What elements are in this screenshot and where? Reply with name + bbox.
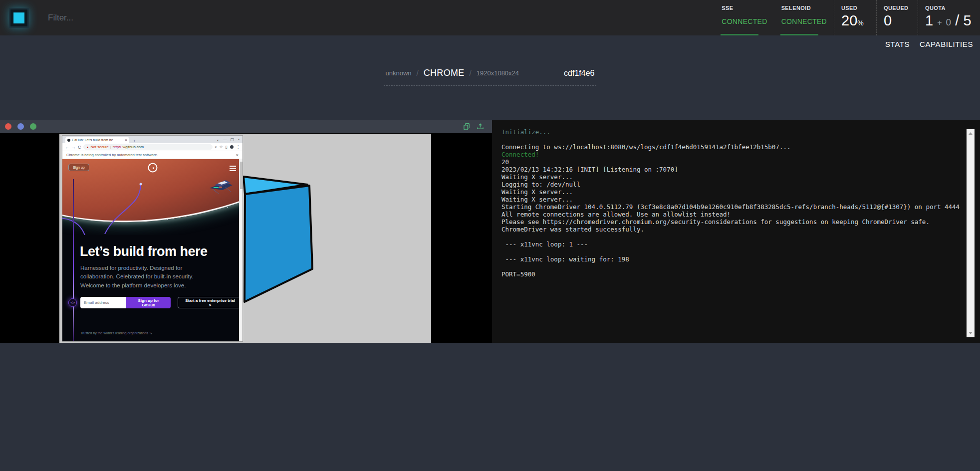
- enterprise-trial-button[interactable]: Start a free enterprise trial >: [178, 297, 243, 308]
- bookmark-star-icon[interactable]: ☆: [219, 145, 223, 149]
- browser-minimize-icon[interactable]: —: [223, 137, 227, 142]
- log-line: All remote connections are allowed. Use …: [501, 211, 960, 218]
- queued-value: 0: [884, 12, 911, 29]
- sse-label: SSE: [722, 5, 767, 11]
- log-line: --- x11vnc loop: 1 ---: [501, 240, 960, 248]
- status-group: SSE CONNECTED SELENOID CONNECTED USED 20…: [715, 0, 980, 35]
- vnc-window-header: [0, 120, 492, 133]
- log-line: Waiting X server...: [501, 173, 960, 181]
- infobar-text: Chrome is being controlled by automated …: [66, 153, 158, 157]
- reload-icon[interactable]: C: [78, 145, 81, 150]
- quota-value: 1 + 0 / 5: [925, 12, 973, 29]
- forward-icon[interactable]: →: [71, 145, 76, 150]
- scroll-down-icon[interactable]: [969, 332, 973, 334]
- log-line: [501, 263, 960, 270]
- automation-infobar: Chrome is being controlled by automated …: [62, 151, 243, 159]
- browser-scrollbar[interactable]: [239, 159, 243, 341]
- log-line: PORT=5900: [501, 270, 960, 278]
- browser-tab[interactable]: GitHub: Let's build from he ×: [65, 137, 129, 143]
- share-icon[interactable]: <: [215, 145, 217, 149]
- signup-for-github-button[interactable]: Sign up for GitHub: [126, 297, 171, 308]
- email-field[interactable]: [80, 297, 126, 308]
- address-bar[interactable]: ▲ Not secure | https ://github.com: [83, 144, 213, 150]
- log-line: Logging to: /dev/null: [501, 181, 960, 188]
- logo-square-icon: [13, 12, 24, 23]
- sse-value: CONNECTED: [722, 17, 767, 25]
- profile-avatar[interactable]: [230, 145, 234, 149]
- session-browser: CHROME: [424, 68, 465, 78]
- glow-line-art: [73, 179, 74, 341]
- filter-input[interactable]: [48, 13, 257, 23]
- log-line: Waiting X server...: [501, 196, 960, 203]
- session-id: cdf1f4e6: [564, 69, 594, 78]
- session-separator: /: [470, 69, 472, 77]
- session-row[interactable]: unknown / CHROME / 1920x1080x24 cdf1f4e6: [384, 65, 597, 86]
- log-output: Initialize... Connecting to ws://localho…: [492, 120, 980, 278]
- session-workspace: GitHub: Let's build from he × + ⌄ — ▢ × …: [0, 120, 980, 343]
- session-resolution: 1920x1080x24: [477, 69, 519, 77]
- selenoid-value: CONNECTED: [781, 17, 827, 25]
- queued-label: QUEUED: [884, 5, 911, 11]
- github-subheading: Harnessed for productivity. Designed for…: [80, 264, 216, 290]
- blue-cube-art: [242, 174, 321, 316]
- tab-group-icon[interactable]: ▯: [226, 145, 228, 149]
- spaceship-art: [208, 178, 234, 195]
- browser-close-icon[interactable]: ×: [238, 137, 240, 142]
- remote-chrome-browser: GitHub: Let's build from he × + ⌄ — ▢ × …: [62, 135, 243, 342]
- hamburger-menu-icon[interactable]: [230, 166, 236, 173]
- browser-maximize-icon[interactable]: ▢: [231, 137, 235, 142]
- github-signup-button[interactable]: Sign up: [68, 164, 89, 171]
- view-tabs: STATS CAPABILITIES: [885, 40, 973, 48]
- url-text: ://github.com: [122, 145, 144, 149]
- log-line: ChromeDriver was started successfully.: [501, 226, 960, 233]
- sse-connected-indicator: [721, 34, 758, 35]
- code-badge-icon: <>: [68, 298, 77, 307]
- log-line: 20: [501, 158, 960, 166]
- tab-capabilities[interactable]: CAPABILITIES: [920, 40, 973, 48]
- log-line: Connected!: [501, 151, 960, 158]
- infobar-close-icon[interactable]: ×: [236, 153, 239, 158]
- github-cta-row: Sign up for GitHub Start a free enterpri…: [80, 297, 243, 308]
- copy-icon[interactable]: [463, 123, 471, 130]
- log-line: Waiting X server...: [501, 188, 960, 196]
- kebab-menu-icon[interactable]: ⋮: [236, 145, 240, 149]
- status-used: USED 20%: [834, 0, 876, 35]
- toolbar-right-icons: < ☆ ▯ ⋮: [215, 145, 240, 149]
- tab-stats[interactable]: STATS: [885, 40, 910, 48]
- vnc-window: GitHub: Let's build from he × + ⌄ — ▢ × …: [0, 120, 492, 343]
- window-minimize-button[interactable]: [17, 123, 24, 130]
- status-selenoid: SELENOID CONNECTED: [774, 0, 834, 35]
- address-divider: |: [110, 145, 111, 149]
- new-tab-button[interactable]: +: [133, 139, 136, 143]
- window-maximize-button[interactable]: [30, 123, 36, 130]
- status-quota: QUOTA 1 + 0 / 5: [918, 0, 980, 35]
- scroll-up-icon[interactable]: [969, 132, 973, 135]
- browser-tabstrip: GitHub: Let's build from he × + ⌄ — ▢ ×: [62, 136, 243, 143]
- used-value: 20%: [841, 12, 869, 29]
- trusted-orgs-text: Trusted by the world's leading organizat…: [80, 331, 152, 335]
- used-label: USED: [841, 5, 869, 11]
- log-line: Please see https://chromedriver.chromium…: [501, 218, 960, 226]
- back-icon[interactable]: ←: [65, 145, 69, 150]
- not-secure-warning-icon: ▲: [86, 146, 89, 149]
- log-line: Connecting to ws://localhost:8080/ws/log…: [501, 143, 960, 151]
- browser-menu-caret-icon[interactable]: ⌄: [216, 137, 220, 142]
- tab-title: GitHub: Let's build from he: [72, 138, 123, 142]
- log-line: --- x11vnc loop: waiting for: 198: [501, 255, 960, 263]
- selenoid-ui-logo[interactable]: [9, 8, 29, 28]
- vnc-remote-screen[interactable]: GitHub: Let's build from he × + ⌄ — ▢ × …: [59, 134, 431, 343]
- tab-close-icon[interactable]: ×: [125, 138, 127, 142]
- quota-label: QUOTA: [925, 5, 973, 11]
- log-line: Starting ChromeDriver 104.0.5112.79 (3cf…: [501, 203, 960, 211]
- github-logo-icon[interactable]: [148, 163, 158, 173]
- vnc-body: GitHub: Let's build from he × + ⌄ — ▢ × …: [0, 133, 492, 343]
- log-line: [501, 233, 960, 240]
- window-close-button[interactable]: [5, 123, 11, 130]
- upload-icon[interactable]: [477, 123, 484, 130]
- log-scrollbar[interactable]: [967, 129, 975, 337]
- not-secure-label: Not secure: [90, 145, 108, 149]
- log-line: [501, 248, 960, 255]
- selenoid-label: SELENOID: [781, 5, 827, 11]
- browser-scrollbar-thumb[interactable]: [240, 162, 243, 189]
- status-queued: QUEUED 0: [876, 0, 918, 35]
